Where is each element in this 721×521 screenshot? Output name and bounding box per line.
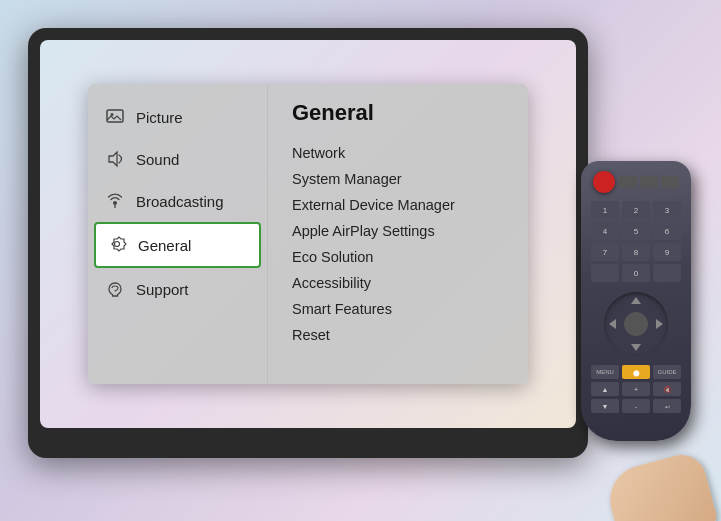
ch-down[interactable]: ▼ xyxy=(591,399,619,413)
sidebar-item-sound[interactable]: Sound xyxy=(88,138,267,180)
nav-right[interactable] xyxy=(656,319,663,329)
right-panel: General Network System Manager External … xyxy=(268,84,528,384)
tv-screen: Picture Sound xyxy=(40,40,576,428)
menu-item-accessibility[interactable]: Accessibility xyxy=(292,270,504,296)
btn-1[interactable]: 1 xyxy=(591,201,619,219)
btn-5[interactable]: 5 xyxy=(622,222,650,240)
tv-stand xyxy=(278,444,338,454)
btn-6[interactable]: 6 xyxy=(653,222,681,240)
menu-item-eco-solution[interactable]: Eco Solution xyxy=(292,244,504,270)
sidebar-item-picture-label: Picture xyxy=(136,109,183,126)
remote-control: 1 2 3 4 5 6 7 8 9 0 MENU ⬤ GUIDE ▲ xyxy=(576,161,696,511)
btn-8[interactable]: 8 xyxy=(622,243,650,261)
sidebar-item-sound-label: Sound xyxy=(136,151,179,168)
sidebar-item-general-label: General xyxy=(138,237,191,254)
menu-item-apple-airplay[interactable]: Apple AirPlay Settings xyxy=(292,218,504,244)
btn-9[interactable]: 9 xyxy=(653,243,681,261)
source-button[interactable] xyxy=(619,176,637,188)
panel-title: General xyxy=(292,100,504,126)
guide-btn[interactable]: GUIDE xyxy=(653,365,681,379)
sidebar-item-broadcasting-label: Broadcasting xyxy=(136,193,224,210)
btn-2[interactable]: 2 xyxy=(622,201,650,219)
sidebar-item-broadcasting[interactable]: Broadcasting xyxy=(88,180,267,222)
btn-del[interactable] xyxy=(653,264,681,282)
nav-left[interactable] xyxy=(609,319,616,329)
svg-point-3 xyxy=(113,201,117,205)
tv-frame: Picture Sound xyxy=(28,28,588,458)
menu-item-system-manager[interactable]: System Manager xyxy=(292,166,504,192)
home-button[interactable]: ⬤ xyxy=(622,365,650,379)
general-icon xyxy=(106,234,128,256)
nav-down[interactable] xyxy=(631,344,641,351)
power-button[interactable] xyxy=(593,171,615,193)
tools-button[interactable] xyxy=(661,176,679,188)
nav-up[interactable] xyxy=(631,297,641,304)
menu-button[interactable]: MENU xyxy=(591,365,619,379)
menu-item-external-device-manager[interactable]: External Device Manager xyxy=(292,192,504,218)
menu-item-reset[interactable]: Reset xyxy=(292,322,504,348)
back-button[interactable]: ↩ xyxy=(653,399,681,413)
settings-menu: Picture Sound xyxy=(88,84,528,384)
menu-item-network[interactable]: Network xyxy=(292,140,504,166)
btn-prev[interactable] xyxy=(591,264,619,282)
btn-3[interactable]: 3 xyxy=(653,201,681,219)
nav-pad[interactable] xyxy=(604,292,668,356)
broadcasting-icon xyxy=(104,190,126,212)
ch-up[interactable]: ▲ xyxy=(591,382,619,396)
vol-down[interactable]: - xyxy=(622,399,650,413)
vol-up[interactable]: + xyxy=(622,382,650,396)
svg-marker-2 xyxy=(109,152,117,166)
btn-0[interactable]: 0 xyxy=(622,264,650,282)
mute[interactable]: 🔇 xyxy=(653,382,681,396)
sidebar-item-support[interactable]: Support xyxy=(88,268,267,310)
sound-icon xyxy=(104,148,126,170)
svg-point-5 xyxy=(115,242,120,247)
sidebar-item-support-label: Support xyxy=(136,281,189,298)
support-icon xyxy=(104,278,126,300)
remote-body: 1 2 3 4 5 6 7 8 9 0 MENU ⬤ GUIDE ▲ xyxy=(581,161,691,441)
menu-item-smart-features[interactable]: Smart Features xyxy=(292,296,504,322)
guide-button[interactable] xyxy=(640,176,658,188)
nav-center-button[interactable] xyxy=(624,312,648,336)
sidebar-item-picture[interactable]: Picture xyxy=(88,96,267,138)
btn-4[interactable]: 4 xyxy=(591,222,619,240)
sidebar-item-general[interactable]: General xyxy=(94,222,261,268)
picture-icon xyxy=(104,106,126,128)
btn-7[interactable]: 7 xyxy=(591,243,619,261)
sidebar: Picture Sound xyxy=(88,84,268,384)
